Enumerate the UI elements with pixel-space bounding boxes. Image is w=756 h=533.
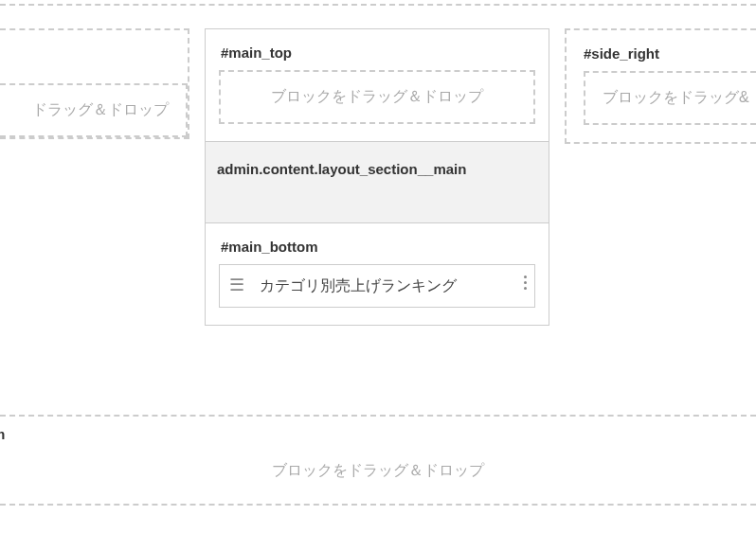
- main-top-label: #main_top: [206, 29, 549, 70]
- drag-handle-icon[interactable]: ☰: [229, 276, 244, 293]
- bottom-dropzone[interactable]: ブロックをドラッグ＆ドロップ: [0, 442, 756, 504]
- main-section-label: admin.content.layout_section__main: [206, 142, 549, 222]
- main-column: #main_top ブロックをドラッグ＆ドロップ admin.content.l…: [205, 28, 549, 325]
- side-right-dropzone-text: ブロックをドラッグ&: [603, 89, 749, 105]
- side-left-dropzone[interactable]: ドラッグ＆ドロップ: [0, 83, 188, 137]
- main-bottom-label: #main_bottom: [206, 223, 549, 264]
- top-boundary: [0, 4, 756, 6]
- main-top-dropzone[interactable]: ブロックをドラッグ＆ドロップ: [219, 70, 535, 124]
- side-left-box: ドラッグ＆ドロップ: [0, 28, 189, 139]
- bottom-section: m ブロックをドラッグ＆ドロップ: [0, 415, 756, 506]
- block-item[interactable]: ☰ カテゴリ別売上げランキング: [219, 264, 535, 308]
- main-top-section: #main_top ブロックをドラッグ＆ドロップ: [205, 28, 549, 142]
- side-left-column: ドラッグ＆ドロップ: [0, 28, 189, 325]
- side-right-box: #side_right ブロックをドラッグ&: [565, 28, 756, 144]
- bottom-label: m: [0, 417, 756, 442]
- side-left-dropzone-text: ドラッグ＆ドロップ: [32, 101, 169, 117]
- side-right-label: #side_right: [567, 30, 756, 71]
- columns-row: ドラッグ＆ドロップ #main_top ブロックをドラッグ＆ドロップ admin…: [0, 28, 756, 325]
- side-right-column: #side_right ブロックをドラッグ&: [565, 28, 756, 325]
- side-right-dropzone[interactable]: ブロックをドラッグ&: [584, 71, 756, 125]
- main-bottom-section: #main_bottom ☰ カテゴリ別売上げランキング: [205, 222, 549, 326]
- block-item-title: カテゴリ別売上げランキング: [260, 275, 525, 297]
- bottom-dropzone-text: ブロックをドラッグ＆ドロップ: [272, 462, 484, 478]
- main-section: admin.content.layout_section__main: [205, 141, 549, 223]
- more-menu-icon[interactable]: [524, 273, 527, 293]
- main-top-dropzone-text: ブロックをドラッグ＆ドロップ: [271, 88, 483, 104]
